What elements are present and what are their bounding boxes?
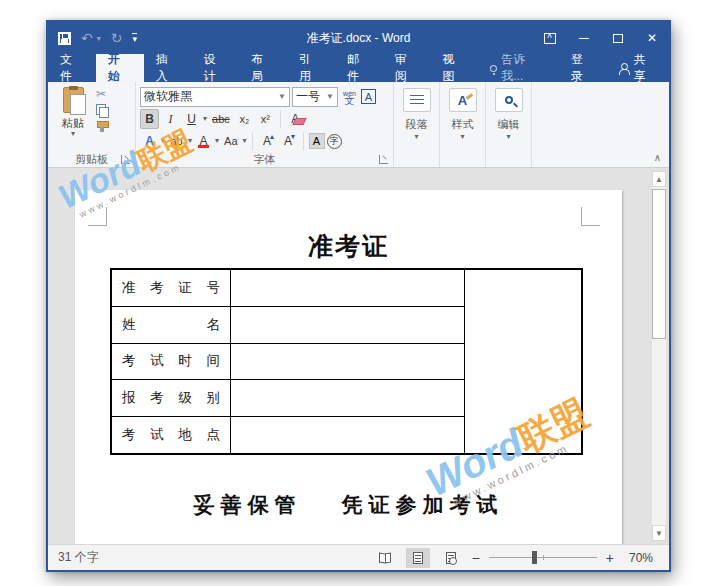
collapse-ribbon-icon[interactable]: ∧ — [654, 152, 661, 163]
zoom-slider-handle[interactable] — [532, 551, 537, 564]
zoom-slider[interactable] — [489, 557, 597, 558]
editing-group-button[interactable]: 编辑 ▾ — [486, 82, 532, 167]
font-dialog-launcher-icon[interactable] — [379, 155, 388, 164]
ribbon-display-options-button[interactable] — [533, 22, 567, 54]
copy-icon[interactable] — [96, 104, 107, 116]
format-painter-icon[interactable] — [96, 120, 108, 132]
row-label-text: 报 考 级 别 — [122, 389, 220, 407]
tab-mailings[interactable]: 邮件 — [335, 54, 383, 82]
italic-button[interactable]: I — [161, 109, 180, 129]
table-row-label[interactable]: 姓 名 — [112, 307, 230, 344]
font-color-button[interactable]: A — [194, 131, 213, 151]
close-button[interactable]: ✕ — [635, 22, 669, 54]
font-name-combo[interactable]: 微软雅黑▼ — [140, 87, 290, 107]
paragraph-group-button[interactable]: 段落 ▾ — [394, 82, 440, 167]
styles-group-button[interactable]: A 样式 ▾ — [440, 82, 486, 167]
row-label-text: 考 试 时 间 — [122, 352, 220, 370]
ribbon-tab-bar: 文件 开始 插入 设计 布局 引用 邮件 审阅 视图 告诉我... 登录 共享 — [48, 54, 669, 82]
font-size-combo[interactable]: 一号▼ — [292, 87, 338, 107]
clipboard-dialog-launcher-icon[interactable] — [121, 155, 130, 164]
table-value-cell[interactable] — [231, 417, 464, 453]
change-case-dropdown-icon[interactable]: ▾ — [243, 138, 247, 144]
scroll-down-icon[interactable]: ▼ — [652, 525, 666, 541]
subscript-button[interactable]: x₂ — [235, 109, 254, 129]
tab-home[interactable]: 开始 — [96, 54, 144, 82]
highlight-color-bar — [171, 145, 184, 148]
table-row-label[interactable]: 考 试 时 间 — [112, 344, 230, 381]
enclose-characters-button[interactable]: 字 — [327, 134, 342, 149]
cut-icon[interactable]: ✂ — [96, 88, 108, 100]
minimize-button[interactable] — [567, 22, 601, 54]
customize-qat-icon[interactable]: ▾ — [132, 33, 137, 43]
zoom-in-button[interactable]: + — [606, 551, 614, 565]
zoom-level[interactable]: 70% — [623, 551, 653, 565]
table-row-label[interactable]: 报 考 级 别 — [112, 380, 230, 417]
bold-button[interactable]: B — [140, 109, 159, 129]
phonetic-guide-button[interactable]: wén文 — [340, 87, 359, 107]
highlight-button[interactable]: ab — [167, 131, 186, 151]
underline-dropdown-icon[interactable]: ▾ — [203, 116, 207, 122]
tab-references[interactable]: 引用 — [287, 54, 335, 82]
tab-layout[interactable]: 布局 — [239, 54, 287, 82]
read-mode-icon — [379, 553, 391, 563]
paste-button[interactable]: 粘贴 ▾ — [52, 85, 94, 151]
table-value-cell[interactable] — [231, 307, 464, 344]
table-value-cell[interactable] — [231, 270, 464, 307]
ribbon: 粘贴 ▾ ✂ 剪贴板 微软雅黑▼ 一号▼ wén文 — [48, 82, 669, 168]
crop-mark-top-left — [88, 207, 107, 226]
vertical-scrollbar[interactable]: ▲ ▼ — [651, 170, 667, 542]
character-border-button[interactable]: A — [361, 89, 376, 104]
word-count[interactable]: 31 个字 — [58, 549, 99, 566]
table-row-label[interactable]: 准 考 证 号 — [112, 270, 230, 307]
maximize-button[interactable] — [601, 22, 635, 54]
read-mode-button[interactable] — [373, 548, 397, 568]
table-row-label[interactable]: 考 试 地 点 — [112, 417, 230, 453]
highlight-dropdown-icon[interactable]: ▾ — [188, 138, 192, 144]
title-bar: ↶ ▾ ↻ ▾ 准考证.docx - Word ✕ — [48, 22, 669, 54]
font-group-label: 字体 — [254, 152, 276, 167]
share-button[interactable]: 共享 — [607, 54, 669, 82]
sign-in-button[interactable]: 登录 — [559, 54, 607, 82]
row-label-text: 准 考 证 号 — [122, 279, 220, 297]
document-area: 准考证 准 考 证 号 姓 名 考 试 时 间 报 考 级 别 考 试 地 点 — [48, 168, 669, 544]
scroll-up-icon[interactable]: ▲ — [652, 171, 666, 187]
tabbar-right: 登录 共享 — [559, 54, 669, 82]
tab-view[interactable]: 视图 — [431, 54, 479, 82]
ribbon-display-options-icon — [544, 33, 556, 44]
tell-me-box[interactable]: 告诉我... — [478, 54, 559, 82]
text-effects-dropdown-icon[interactable]: ▾ — [161, 138, 165, 144]
table-label-column: 准 考 证 号 姓 名 考 试 时 间 报 考 级 别 考 试 地 点 — [112, 270, 231, 453]
shrink-font-button[interactable]: A — [279, 131, 298, 151]
table-photo-cell[interactable] — [464, 270, 581, 453]
text-effects-button[interactable]: A — [140, 131, 159, 151]
font-color-dropdown-icon[interactable]: ▾ — [215, 138, 219, 144]
character-shading-button[interactable]: A — [309, 133, 325, 149]
font-size-value: 一号 — [296, 88, 320, 105]
table-value-cell[interactable] — [231, 344, 464, 381]
tab-design[interactable]: 设计 — [191, 54, 239, 82]
undo-icon[interactable]: ↶ — [81, 31, 93, 45]
paragraph-group-label: 段落 — [406, 117, 428, 132]
change-case-button[interactable]: Aa — [221, 131, 240, 151]
clear-formatting-button[interactable]: A — [286, 109, 305, 129]
table-value-cell[interactable] — [231, 380, 464, 417]
tab-insert[interactable]: 插入 — [144, 54, 192, 82]
zoom-out-button[interactable]: − — [472, 551, 480, 565]
superscript-button[interactable]: x² — [256, 109, 275, 129]
underline-button[interactable]: U — [182, 109, 201, 129]
redo-icon[interactable]: ↻ — [111, 31, 123, 45]
scrollbar-thumb[interactable] — [652, 189, 666, 339]
undo-dropdown-icon[interactable]: ▾ — [97, 34, 101, 43]
chevron-down-icon: ▾ — [506, 134, 510, 140]
paragraph-lines-icon — [410, 95, 424, 105]
admission-ticket-table[interactable]: 准 考 证 号 姓 名 考 试 时 间 报 考 级 别 考 试 地 点 — [110, 268, 583, 455]
tab-file[interactable]: 文件 — [48, 54, 96, 82]
table-value-column — [231, 270, 464, 453]
print-layout-button[interactable] — [406, 548, 430, 568]
tab-review[interactable]: 审阅 — [383, 54, 431, 82]
document-page[interactable]: 准考证 准 考 证 号 姓 名 考 试 时 间 报 考 级 别 考 试 地 点 — [75, 190, 622, 544]
save-icon[interactable] — [58, 32, 71, 45]
strikethrough-button[interactable]: abc — [209, 109, 233, 129]
grow-font-button[interactable]: A — [258, 131, 277, 151]
web-layout-button[interactable] — [439, 548, 463, 568]
